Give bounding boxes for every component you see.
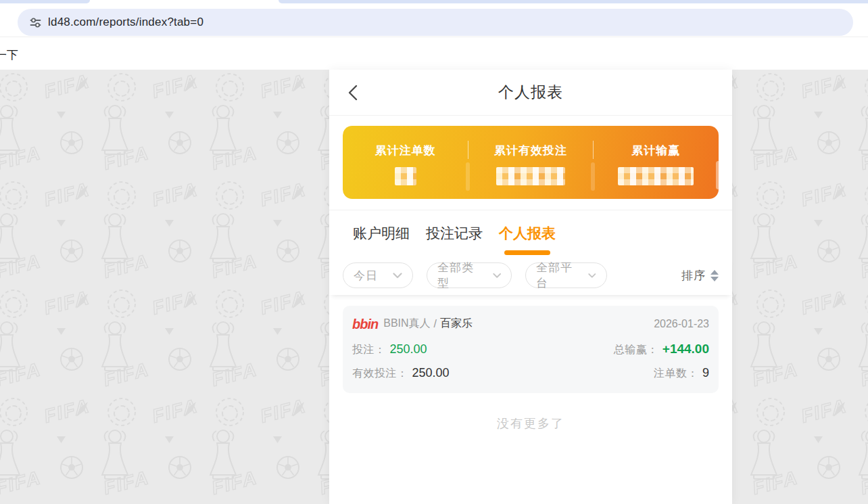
record-header-row: bbin BBIN真人 / 百家乐 2026-01-23: [352, 317, 709, 331]
tune-icon[interactable]: [30, 17, 41, 28]
cumulative-stats-card[interactable]: 累计注单数 累计有效投注 累计输赢: [343, 126, 719, 199]
tab-bet-records[interactable]: 投注记录: [425, 210, 484, 256]
report-tabs: 账户明细 投注记录 个人报表: [329, 210, 732, 256]
url-text[interactable]: ld48.com/reports/index?tab=0: [48, 16, 203, 29]
stat-bet-count: 累计注单数: [343, 126, 468, 199]
cutoff-page-text: 一下: [0, 47, 18, 63]
valid-bet-label: 有效投注：: [352, 367, 408, 381]
address-bar[interactable]: ld48.com/reports/index?tab=0: [18, 9, 853, 36]
no-more-text: 没有更多了: [329, 415, 732, 432]
count-label: 注单数：: [654, 367, 698, 381]
record-platform: BBIN真人: [383, 317, 430, 331]
stats-section: 累计注单数 累计有效投注 累计输赢: [329, 116, 732, 210]
dropdown-value: 全部类型: [437, 260, 481, 291]
sort-arrows-icon: [710, 270, 719, 281]
bbin-logo: bbin: [352, 317, 378, 331]
record-valid-row: 有效投注： 250.00 注单数： 9: [352, 366, 709, 381]
filter-bar: 今日 全部类型 全部平台 排序: [329, 256, 732, 295]
stat-label: 累计输赢: [631, 143, 680, 158]
sort-label: 排序: [681, 268, 706, 283]
stat-win-loss: 累计输赢: [594, 126, 719, 199]
stat-label: 累计有效投注: [494, 143, 567, 158]
record-separator: /: [434, 318, 437, 330]
chevron-down-icon: [393, 273, 402, 279]
chevron-down-icon: [588, 273, 596, 279]
sort-button[interactable]: 排序: [681, 268, 719, 283]
back-button[interactable]: [348, 85, 363, 101]
platform-filter-dropdown[interactable]: 全部平台: [525, 262, 607, 288]
stat-valid-bets: 累计有效投注: [468, 126, 593, 199]
bet-value: 250.00: [390, 342, 427, 357]
masked-value-mosaic: [496, 167, 565, 185]
report-record-card[interactable]: bbin BBIN真人 / 百家乐 2026-01-23 投注： 250.00 …: [343, 306, 719, 393]
stat-card-edge-pill: [716, 161, 721, 189]
count-value: 9: [702, 366, 709, 380]
dropdown-value: 全部平台: [536, 260, 576, 291]
masked-value-mosaic: [618, 167, 694, 185]
stat-label: 累计注单数: [375, 143, 436, 158]
page-top-strip: 一下: [0, 38, 868, 70]
page-title: 个人报表: [498, 82, 563, 103]
browser-toolbar: ld48.com/reports/index?tab=0: [0, 3, 868, 37]
tab-label: 个人报表: [499, 224, 556, 243]
tab-account-details[interactable]: 账户明细: [352, 210, 411, 256]
report-panel: 个人报表 累计注单数 累计有效投注 累计输赢 账户明细 投注记录: [329, 70, 732, 504]
record-date: 2026-01-23: [654, 318, 709, 330]
record-bet-row: 投注： 250.00 总输赢： +144.00: [352, 342, 709, 357]
tab-personal-report[interactable]: 个人报表: [498, 210, 557, 256]
valid-bet-value: 250.00: [412, 366, 450, 380]
active-tab-underline: [504, 250, 550, 255]
tab-label: 账户明细: [353, 224, 410, 243]
date-filter-dropdown[interactable]: 今日: [343, 262, 413, 288]
chevron-down-icon: [493, 273, 501, 279]
report-header: 个人报表: [329, 70, 732, 116]
win-label: 总输赢：: [614, 343, 658, 357]
tab-label: 投注记录: [426, 224, 483, 243]
win-value: +144.00: [662, 342, 709, 357]
bet-label: 投注：: [352, 343, 386, 357]
chevron-left-icon: [348, 85, 358, 101]
dropdown-value: 今日: [354, 268, 378, 283]
type-filter-dropdown[interactable]: 全部类型: [427, 262, 512, 288]
masked-value-mosaic: [395, 167, 416, 185]
record-game: 百家乐: [440, 317, 473, 331]
